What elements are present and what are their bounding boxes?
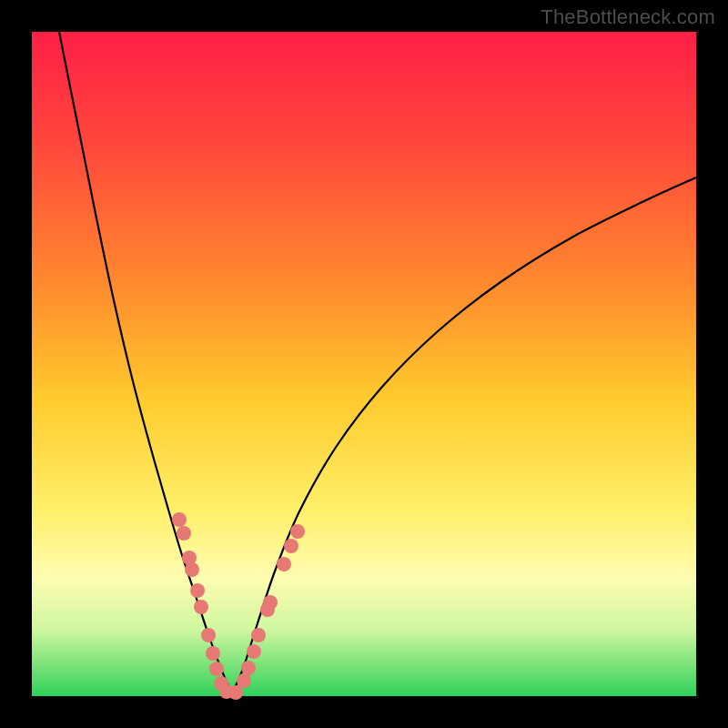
- curve-right-branch: [232, 177, 696, 693]
- data-dot: [241, 661, 256, 675]
- data-dot: [201, 628, 216, 642]
- data-dot: [263, 595, 278, 610]
- data-dot: [206, 646, 220, 661]
- data-dot: [177, 526, 191, 541]
- dots-cluster: [172, 512, 305, 700]
- data-dot: [251, 628, 266, 642]
- plot-area: [32, 32, 696, 696]
- data-dot: [190, 583, 205, 598]
- data-dot: [247, 644, 261, 659]
- data-dot: [284, 539, 298, 553]
- data-dot: [290, 524, 305, 539]
- data-dot: [209, 662, 224, 676]
- watermark-text: TheBottleneck.com: [541, 5, 715, 29]
- data-dot: [172, 512, 187, 527]
- chart-frame: TheBottleneck.com: [0, 0, 728, 728]
- data-dot: [277, 557, 291, 571]
- chart-svg: [32, 32, 696, 696]
- data-dot: [185, 562, 199, 577]
- data-dot: [194, 600, 208, 614]
- data-dot: [237, 673, 251, 688]
- curve-left-branch: [59, 32, 232, 693]
- data-dot: [228, 685, 243, 700]
